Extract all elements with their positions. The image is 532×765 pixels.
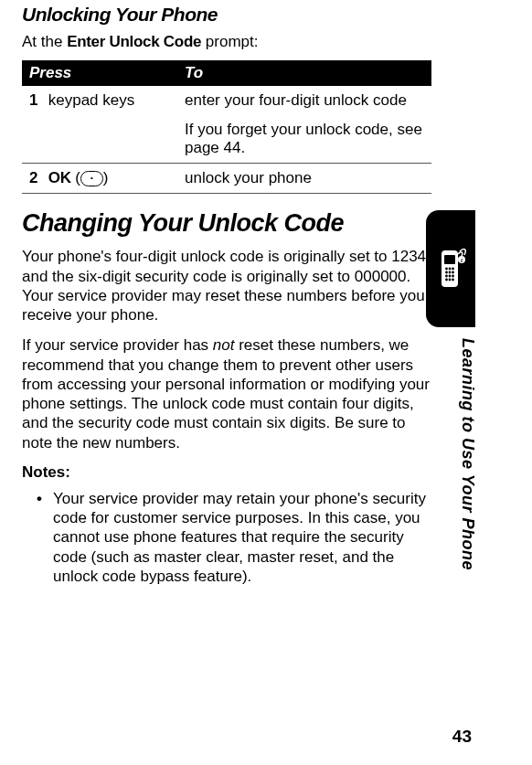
svg-point-5 bbox=[445, 271, 448, 274]
intro-prefix: At the bbox=[22, 33, 67, 50]
side-tab: i bbox=[426, 210, 475, 327]
ok-label: OK bbox=[48, 169, 71, 186]
list-item: Your service provider may retain your ph… bbox=[40, 489, 431, 586]
notes-list: Your service provider may retain your ph… bbox=[22, 489, 431, 586]
to-cell: enter your four-digit unlock code bbox=[177, 86, 431, 115]
svg-point-2 bbox=[445, 268, 448, 271]
to-cell: unlock your phone bbox=[177, 164, 431, 194]
softkey-icon bbox=[80, 171, 103, 186]
svg-point-12 bbox=[449, 279, 452, 282]
page-content: Unlocking Your Phone At the Enter Unlock… bbox=[22, 4, 431, 586]
table-head-to: To bbox=[177, 60, 431, 86]
svg-point-6 bbox=[449, 271, 452, 274]
svg-point-7 bbox=[452, 271, 454, 274]
table-row: 2 OK () unlock your phone bbox=[22, 164, 431, 194]
para2-pre: If your service provider has bbox=[22, 336, 213, 354]
to-cell: If you forget your unlock code, see page… bbox=[177, 115, 431, 164]
table-row: 1 keypad keys enter your four-digit unlo… bbox=[22, 86, 431, 115]
svg-point-4 bbox=[452, 268, 454, 271]
svg-point-11 bbox=[445, 279, 448, 282]
notes-label: Notes: bbox=[22, 463, 431, 482]
table-header-row: Press To bbox=[22, 60, 431, 86]
body-paragraph: If your service provider has not reset t… bbox=[22, 335, 431, 452]
press-to-table: Press To 1 keypad keys enter your four-d… bbox=[22, 60, 431, 194]
major-heading: Changing Your Unlock Code bbox=[22, 210, 431, 236]
intro-suffix: prompt: bbox=[201, 33, 258, 50]
svg-rect-1 bbox=[444, 255, 455, 264]
body-paragraph: Your phone's four-digit unlock code is o… bbox=[22, 247, 431, 324]
svg-point-10 bbox=[452, 275, 454, 278]
svg-point-13 bbox=[452, 279, 454, 282]
table-row: If you forget your unlock code, see page… bbox=[22, 115, 431, 164]
svg-point-8 bbox=[445, 275, 448, 278]
vertical-section-label: Learning to Use Your Phone bbox=[458, 338, 477, 570]
para2-em: not bbox=[213, 336, 235, 354]
press-cell-empty bbox=[22, 115, 177, 164]
step-number: 1 bbox=[29, 91, 44, 110]
press-cell: 2 OK () bbox=[22, 164, 177, 194]
intro-line: At the Enter Unlock Code prompt: bbox=[22, 33, 431, 51]
section-title: Unlocking Your Phone bbox=[22, 4, 431, 26]
svg-point-3 bbox=[449, 268, 452, 271]
phone-icon: i bbox=[434, 245, 467, 292]
page-number: 43 bbox=[452, 727, 472, 747]
step-number: 2 bbox=[29, 169, 44, 187]
table-head-press: Press bbox=[22, 60, 177, 86]
press-cell: 1 keypad keys bbox=[22, 86, 177, 115]
press-text: keypad keys bbox=[48, 91, 135, 109]
intro-code: Enter Unlock Code bbox=[67, 33, 201, 50]
svg-text:i: i bbox=[461, 257, 463, 264]
svg-point-9 bbox=[449, 275, 452, 278]
